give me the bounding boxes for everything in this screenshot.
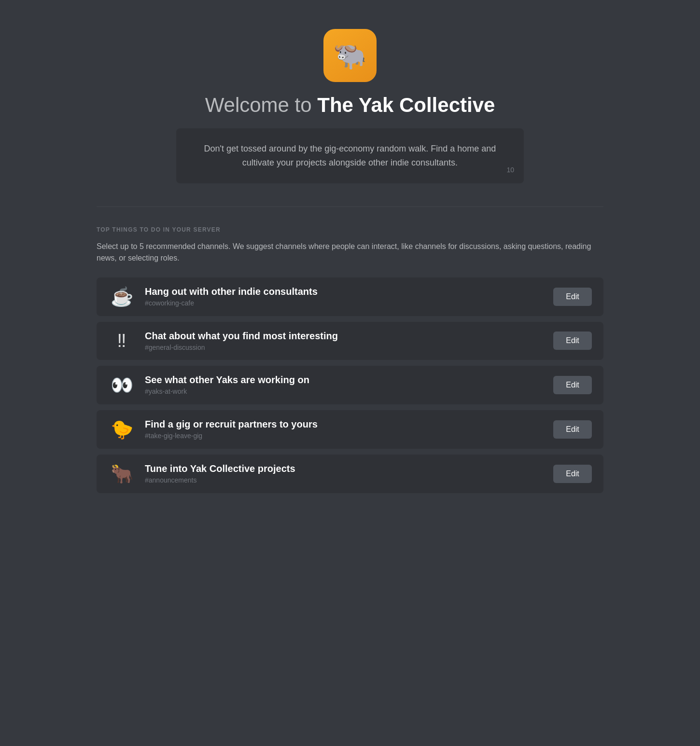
section-label: TOP THINGS TO DO IN YOUR SERVER	[97, 226, 603, 233]
description-counter: 10	[506, 165, 514, 175]
channel-name-0: #coworking-cafe	[145, 299, 544, 307]
channel-emoji-4: 🐂	[108, 463, 135, 484]
section-description: Select up to 5 recommended channels. We …	[97, 241, 603, 264]
logo-wrapper: 🐃	[323, 29, 377, 82]
channel-title-4: Tune into Yak Collective projects	[145, 463, 544, 474]
channel-item: ☕ Hang out with other indie consultants …	[97, 277, 603, 316]
channel-info-1: Chat about what you find most interestin…	[145, 331, 544, 351]
welcome-heading: Welcome to The Yak Collective	[205, 94, 495, 117]
welcome-bold: The Yak Collective	[317, 94, 495, 116]
welcome-prefix: Welcome to	[205, 94, 318, 116]
channel-info-2: See what other Yaks are working on #yaks…	[145, 374, 544, 395]
channel-item: 🐂 Tune into Yak Collective projects #ann…	[97, 455, 603, 493]
edit-button-0[interactable]: Edit	[553, 288, 592, 306]
edit-button-2[interactable]: Edit	[553, 376, 592, 394]
channel-info-4: Tune into Yak Collective projects #annou…	[145, 463, 544, 484]
main-container: 🐃 Welcome to The Yak Collective Don't ge…	[97, 29, 603, 493]
channel-emoji-3: 🐤	[108, 419, 135, 440]
channel-name-1: #general-discussion	[145, 344, 544, 351]
description-text: Don't get tossed around by the gig-econo…	[204, 144, 496, 167]
channel-name-4: #announcements	[145, 476, 544, 484]
channel-info-0: Hang out with other indie consultants #c…	[145, 286, 544, 307]
channel-item: 🐤 Find a gig or recruit partners to your…	[97, 410, 603, 449]
channel-info-3: Find a gig or recruit partners to yours …	[145, 419, 544, 440]
channel-emoji-1: ‼️	[108, 331, 135, 351]
section-divider	[97, 207, 603, 207]
channel-item: ‼️ Chat about what you find most interes…	[97, 322, 603, 360]
edit-button-4[interactable]: Edit	[553, 465, 592, 483]
server-logo: 🐃	[323, 29, 377, 82]
channels-list: ☕ Hang out with other indie consultants …	[97, 277, 603, 493]
channel-title-2: See what other Yaks are working on	[145, 374, 544, 386]
channel-item: 👀 See what other Yaks are working on #ya…	[97, 366, 603, 404]
channel-emoji-2: 👀	[108, 374, 135, 396]
channel-emoji-0: ☕	[108, 286, 135, 307]
channel-name-2: #yaks-at-work	[145, 387, 544, 395]
channel-title-1: Chat about what you find most interestin…	[145, 331, 544, 342]
channel-title-3: Find a gig or recruit partners to yours	[145, 419, 544, 430]
logo-emoji: 🐃	[333, 40, 367, 71]
channel-title-0: Hang out with other indie consultants	[145, 286, 544, 297]
edit-button-3[interactable]: Edit	[553, 420, 592, 439]
edit-button-1[interactable]: Edit	[553, 332, 592, 350]
channel-name-3: #take-gig-leave-gig	[145, 432, 544, 440]
description-box: Don't get tossed around by the gig-econo…	[176, 128, 524, 183]
